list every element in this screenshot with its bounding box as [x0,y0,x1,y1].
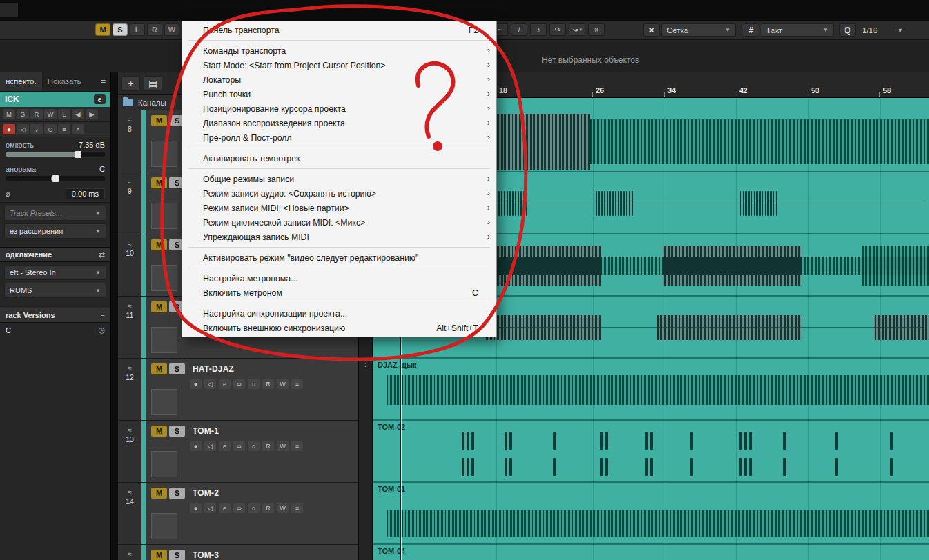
arrange-lane[interactable]: DJAZ-щык [373,359,929,421]
menu-item[interactable]: Общие режимы записи› [182,172,496,186]
menu-item[interactable]: Активировать темпотрек [182,151,496,166]
draw-tool-icon[interactable]: / [511,23,527,36]
read-automation-button[interactable]: R [262,503,274,513]
bar-grid-icon[interactable]: # [743,23,759,37]
edit-channel-button[interactable]: e [94,94,106,104]
menu-item[interactable]: Включить метрономC [182,286,496,300]
volume-slider[interactable] [6,152,105,157]
freeze-button[interactable]: ○ [248,441,260,451]
inspector-button[interactable]: ≡ [58,124,70,134]
freeze-button[interactable]: ○ [248,503,260,513]
read-automation-button[interactable]: R [262,379,274,389]
menu-item[interactable]: Настройка метронома... [182,271,496,286]
menu-item[interactable]: Режим записи MIDI: <Новые партии>› [182,201,496,215]
inspector-button[interactable]: ♪ [30,124,43,134]
menu-item[interactable]: Активировать режим "видео следует редакт… [182,250,496,265]
phase-icon[interactable]: ⌀ [6,190,10,199]
edit-channel-button[interactable]: e [219,441,231,451]
mute-button[interactable]: M [151,177,167,188]
mute-button[interactable]: M [151,426,167,437]
extension-select[interactable]: ез расширения ▼ [4,223,106,239]
record-arm-button[interactable]: ● [190,441,202,451]
menu-item[interactable]: Настройка синхронизации проекта... [182,306,496,321]
inspector-button[interactable]: * [72,124,84,134]
mute-button[interactable]: M [151,115,167,126]
add-track-button[interactable]: + [121,76,140,91]
quantize-icon[interactable]: Q [839,23,856,37]
inspector-button[interactable]: W [44,109,57,119]
routing-section-header[interactable]: одключение ⇄ [0,247,110,262]
automation-m-button[interactable]: M [95,23,110,36]
output-routing-select[interactable]: RUMS ▼ [4,283,106,298]
menu-item[interactable]: Диапазон воспроизведения проекта› [182,116,496,130]
read-automation-button[interactable]: R [262,441,274,451]
track-delay-value[interactable]: 0.00 ms [66,188,105,199]
mute-button[interactable]: M [151,363,167,374]
crossfade-icon[interactable]: × [588,23,605,36]
quantize-value[interactable]: 1/16 [857,23,897,37]
mute-button[interactable]: M [151,550,167,560]
inspector-menu-icon[interactable]: = [96,77,110,86]
snap-type-icon[interactable]: × [643,23,660,37]
inspector-button[interactable]: ◀ [72,109,84,119]
feedback-tool-icon[interactable]: ↷ [549,23,566,36]
track-versions-header[interactable]: rack Versions ≡ [0,308,110,323]
solo-button[interactable]: S [169,363,185,374]
input-routing-select[interactable]: eft - Stereo In ▼ [4,265,106,280]
automation-l-button[interactable]: L [130,23,145,36]
solo-button[interactable]: S [169,550,185,560]
inspector-button[interactable]: S [17,109,29,119]
tab-show[interactable]: Показать [42,72,87,91]
lanes-button[interactable]: ≡ [291,503,303,513]
record-arm-button[interactable]: ● [190,503,202,513]
inspector-track-header[interactable]: ICK e [0,92,110,107]
edit-channel-button[interactable]: e [219,503,231,513]
inspector-button[interactable]: ◁ [17,124,29,134]
menu-item[interactable]: Позиционирование курсора проекта› [182,101,496,116]
arrange-lane[interactable]: TOM-04 [373,545,929,560]
track-presets-select[interactable]: Track Presets... ▼ [4,206,106,221]
menu-item[interactable]: Локаторы› [182,72,496,87]
menu-item[interactable]: Команды транспорта› [182,43,496,58]
write-automation-button[interactable]: W [277,503,289,513]
inspector-button[interactable]: ▶ [86,109,98,119]
automation-w-button[interactable]: W [164,23,179,36]
link-button[interactable]: ∞ [233,503,245,513]
inspector-button[interactable]: M [3,109,15,119]
track-version-row[interactable]: C ◷ [0,323,110,337]
lanes-button[interactable]: ≡ [291,379,303,389]
grid-type-select[interactable]: Сетка ▼ [661,23,736,37]
version-history-icon[interactable]: ◷ [98,326,105,334]
link-button[interactable]: ∞ [233,441,245,451]
write-automation-button[interactable]: W [277,379,289,389]
grid-resolution-select[interactable]: Такт ▼ [761,23,834,37]
solo-button[interactable]: S [169,426,185,437]
lanes-button[interactable]: ≡ [291,441,303,451]
menu-item[interactable]: Включить внешнюю синхронизациюAlt+Shift+… [182,321,496,335]
edit-channel-button[interactable]: e [219,379,231,389]
tab-inspector[interactable]: нспекто. [0,72,42,91]
menu-item[interactable]: Режим записи аудио: <Сохранять историю>› [182,186,496,201]
arrange-lane[interactable]: TOM-01 [373,483,929,545]
track-row[interactable]: ≈13MSTOM-1●◁e∞○RW≡ [118,421,358,483]
automation-s-button[interactable]: S [113,23,128,36]
write-automation-button[interactable]: W [277,441,289,451]
track-row[interactable]: ≈14MSTOM-2●◁e∞○RW≡ [118,483,358,545]
automation-r-button[interactable]: R [147,23,162,36]
track-row[interactable]: ≈12MSHAT-DJAZ●◁e∞○RW≡ [118,359,358,421]
record-arm-button[interactable]: ● [190,379,202,389]
menu-item[interactable]: Пре-ролл & Пост-ролл› [182,130,496,145]
chevron-down-icon[interactable]: ▼ [897,27,903,34]
mute-button[interactable]: M [151,488,167,499]
inspector-button[interactable]: L [58,109,70,119]
pan-slider[interactable] [6,176,105,181]
inspector-button[interactable]: R [30,109,43,119]
audition-tool-icon[interactable]: ♪ [530,23,547,36]
record-arm-button[interactable]: ● [3,124,15,134]
arrange-lane[interactable]: TOM-02 [373,421,929,483]
monitor-button[interactable]: ◁ [204,379,216,389]
mute-button[interactable]: M [151,301,167,312]
menu-item[interactable]: Punch точки› [182,87,496,101]
menu-item[interactable]: Start Mode: <Start from Project Cursor P… [182,58,496,72]
track-preset-button[interactable]: ▤ [144,76,162,91]
